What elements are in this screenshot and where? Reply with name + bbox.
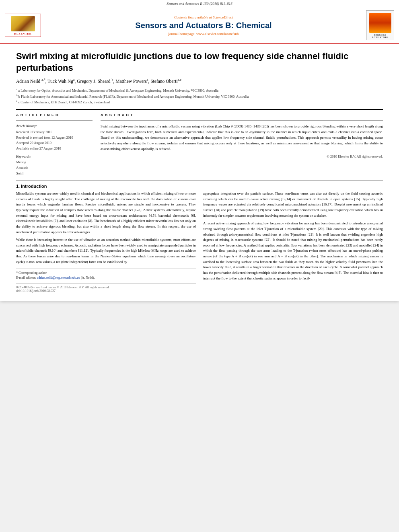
- footnote-email: E-mail address: adrian.neild@eng.monash.…: [16, 275, 196, 280]
- keyword-swirl: Swirl: [16, 171, 93, 177]
- accepted-date: Accepted 20 August 2010: [16, 140, 93, 146]
- revised-date: Received in revised form 12 August 2010: [16, 135, 93, 141]
- body-para-3: appropriate integration over the particl…: [203, 191, 383, 218]
- divider-thick: [16, 109, 383, 110]
- sensors-actuators-logo: SENSORSACTUATORS: [366, 10, 394, 40]
- journal-homepage: journal homepage: www.elsevier.com/locat…: [47, 32, 360, 36]
- footer-bottom: 0925-4005/$ – see front matter © 2010 El…: [16, 283, 196, 293]
- sensors-logo-text: SENSORSACTUATORS: [368, 34, 393, 39]
- keywords-label: Keywords:: [16, 154, 93, 158]
- received-date: Received 9 February 2010: [16, 129, 93, 135]
- sensors-logo-image: [369, 13, 391, 33]
- affil-b: b b Fluids Laboratory for Aeronautical a…: [16, 93, 383, 99]
- abstract-col: A B S T R A C T Swirl mixing between the…: [101, 113, 383, 176]
- authors-line: Adrian Neild a,*, Tuck Wah Nga, Gregory …: [16, 78, 383, 85]
- article-dates: Received 9 February 2010 Received in rev…: [16, 129, 93, 151]
- info-abstract-section: A R T I C L E I N F O Article history: R…: [16, 113, 383, 176]
- sciencedirect-line: Contents lists available at ScienceDirec…: [47, 15, 360, 19]
- article-info-heading: A R T I C L E I N F O: [16, 113, 93, 117]
- article-info-col: A R T I C L E I N F O Article history: R…: [16, 113, 93, 176]
- journal-citation: Sensors and Actuators B 150 (2010) 811–8…: [167, 2, 232, 6]
- footnote-area: * Corresponding author. E-mail address: …: [16, 269, 196, 280]
- elsevier-logo: ELSEVIER: [5, 14, 41, 37]
- history-label: Article history:: [16, 124, 93, 128]
- abstract-heading: A B S T R A C T: [101, 113, 383, 117]
- footnote-corresponding: * Corresponding author.: [16, 271, 196, 275]
- main-content: Swirl mixing at microfluidic junctions d…: [0, 44, 399, 301]
- affil-c: c c Center of Mechanics, ETH Zurich, CH-…: [16, 99, 383, 105]
- divider-1: [16, 120, 93, 121]
- sciencedirect-link[interactable]: ScienceDirect: [213, 15, 233, 19]
- body-para-2: While there is increasing interest in th…: [16, 237, 196, 265]
- keyword-acoustic: Acoustic: [16, 165, 93, 171]
- affil-a: a a Laboratory for Optics, Acoustics and…: [16, 87, 383, 93]
- keyword-mixing: Mixing: [16, 160, 93, 165]
- homepage-url[interactable]: www.elsevier.com/locate/snb: [196, 32, 239, 36]
- affiliations: a a Laboratory for Optics, Acoustics and…: [16, 87, 383, 105]
- email-label: E-mail address:: [16, 276, 36, 279]
- online-date: Available online 27 August 2010: [16, 146, 93, 152]
- abstract-text: Swirl mixing between the input arms of a…: [101, 124, 383, 152]
- page: Sensors and Actuators B 150 (2010) 811–8…: [0, 0, 399, 301]
- copyright: © 2010 Elsevier B.V. All rights reserved…: [101, 154, 383, 158]
- journal-header: ELSEVIER Contents lists available at Sci…: [0, 7, 399, 44]
- divider-2: [101, 120, 383, 121]
- author-list: Adrian Neild a,*, Tuck Wah Nga, Gregory …: [16, 79, 181, 84]
- divider-body: [16, 180, 383, 181]
- email-suffix: (A. Neild).: [81, 276, 95, 279]
- article-title: Swirl mixing at microfluidic junctions d…: [16, 51, 383, 74]
- section1-title: 1. Introduction: [16, 184, 383, 189]
- issn-line: 0925-4005/$ – see front matter © 2010 El…: [16, 286, 196, 289]
- email-address[interactable]: adrian.neild@eng.monash.edu.au: [37, 276, 80, 279]
- body-para-4: A recent active mixing approach of using…: [203, 221, 383, 281]
- body-col-right: appropriate integration over the particl…: [203, 191, 383, 293]
- journal-title-block: Contents lists available at ScienceDirec…: [47, 15, 360, 36]
- body-col-left: Microfluidic systems are now widely used…: [16, 191, 196, 293]
- body-two-col: Microfluidic systems are now widely used…: [16, 191, 383, 293]
- elsevier-name: ELSEVIER: [7, 32, 39, 35]
- body-para-1: Microfluidic systems are now widely used…: [16, 191, 196, 235]
- journal-name: Sensors and Actuators B: Chemical: [47, 21, 360, 30]
- top-bar: Sensors and Actuators B 150 (2010) 811–8…: [0, 0, 399, 7]
- keywords-list: Mixing Acoustic Swirl: [16, 160, 93, 176]
- doi-line: doi:10.1016/j.snb.2010.08.027: [16, 289, 196, 293]
- elsevier-tree-image: [11, 16, 35, 31]
